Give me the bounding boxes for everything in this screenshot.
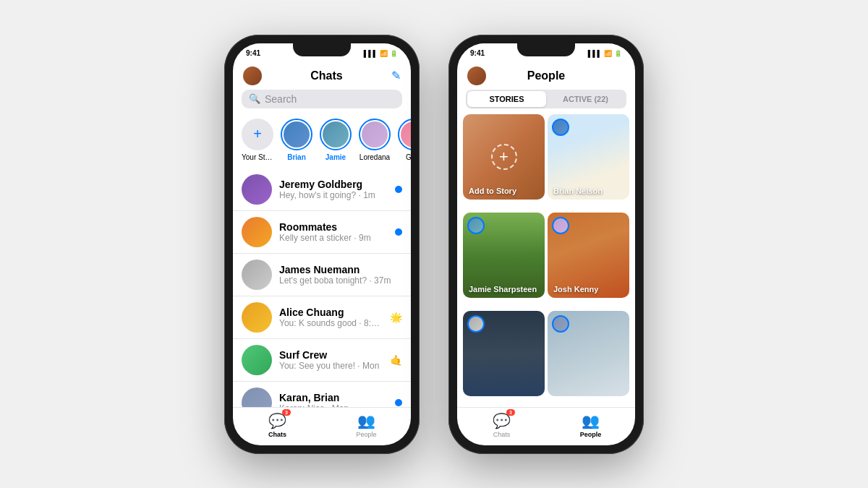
chat-name: Surf Crew — [279, 349, 383, 361]
story-label: Loredana — [359, 153, 390, 161]
wifi-icon: 📶 — [604, 50, 612, 57]
chats-icon: 💬 3 — [268, 412, 286, 429]
story-card-add[interactable]: + Add to Story — [463, 114, 545, 200]
chat-row[interactable]: Roommates Kelly sent a sticker · 9m — [233, 211, 411, 254]
status-bar: 9:41 ▌▌▌ 📶 🔋 — [233, 43, 411, 64]
status-icons: ▌▌▌ 📶 🔋 — [364, 50, 398, 57]
story-card-row3b[interactable] — [548, 311, 629, 396]
chat-name: Jeremy Goldberg — [279, 179, 388, 190]
status-time: 9:41 — [246, 49, 260, 57]
story-item-loredana[interactable]: Loredana — [359, 119, 391, 161]
story-avatar[interactable] — [281, 119, 312, 150]
segment-stories[interactable]: STORIES — [467, 91, 546, 107]
chat-info: Surf Crew You: See you there! · Mon — [279, 349, 383, 371]
chat-info: Alice Chuang You: K sounds good · 8:24am — [279, 307, 383, 328]
story-card-josh[interactable]: Josh Kenny — [548, 213, 629, 298]
tab-bar: 💬 3 Chats 👥 People — [233, 407, 411, 445]
battery-icon: 🔋 — [614, 50, 622, 57]
search-bar[interactable]: 🔍 Search — [242, 90, 402, 108]
story-label: Your Story — [242, 153, 273, 161]
wifi-icon: 📶 — [380, 50, 388, 57]
reaction-badge: 🌟 — [390, 312, 402, 323]
story-item-add[interactable]: + Your Story — [242, 119, 273, 161]
avatar[interactable] — [243, 67, 262, 85]
story-item-brian[interactable]: Brian — [281, 119, 312, 161]
story-card-label: Add to Story — [469, 187, 516, 195]
tab-people[interactable]: 👥 People — [322, 412, 411, 438]
chat-name: Roommates — [279, 221, 388, 233]
story-label: Gord — [406, 153, 411, 161]
story-avatar — [552, 119, 569, 136]
avatar-inner — [362, 121, 388, 147]
story-card-label: Brian Nelson — [553, 187, 603, 195]
chat-preview: You: See you there! · Mon — [279, 361, 383, 371]
story-avatar — [552, 217, 569, 234]
tab-chats[interactable]: 💬 3 Chats — [457, 412, 546, 438]
story-item-jamie[interactable]: Jamie — [320, 119, 352, 161]
chat-row[interactable]: Alice Chuang You: K sounds good · 8:24am… — [233, 296, 411, 339]
story-avatar — [467, 217, 485, 234]
add-story-button[interactable]: + — [242, 119, 273, 150]
search-icon: 🔍 — [249, 93, 260, 104]
chat-row[interactable]: Surf Crew You: See you there! · Mon 🤙 — [233, 339, 411, 382]
chat-info: James Nuemann Let's get boba tonight? · … — [279, 264, 402, 286]
story-card-jamie[interactable]: Jamie Sharpsteen — [463, 213, 545, 298]
story-item-gord[interactable]: Gord — [398, 119, 411, 161]
avatar — [242, 217, 272, 247]
story-avatar — [552, 315, 569, 333]
chat-preview: Kelly sent a sticker · 9m — [279, 233, 388, 243]
unread-badge — [395, 228, 402, 236]
story-card-brian[interactable]: Brian Nelson — [548, 114, 629, 200]
story-label: Brian — [287, 153, 306, 161]
chat-name: Karan, Brian — [279, 392, 388, 403]
story-avatar[interactable] — [320, 119, 352, 150]
tab-label: Chats — [493, 431, 511, 438]
chat-info: Jeremy Goldberg Hey, how's it going? · 1… — [279, 179, 388, 200]
tab-label: People — [580, 431, 602, 438]
tab-people[interactable]: 👥 People — [546, 412, 635, 438]
chat-name: James Nuemann — [279, 264, 402, 275]
tab-label: Chats — [268, 431, 286, 438]
people-icon: 👥 — [357, 412, 375, 429]
avatar — [242, 388, 272, 407]
story-card-label: Jamie Sharpsteen — [469, 285, 537, 294]
search-input[interactable]: Search — [265, 93, 297, 105]
unread-badge — [395, 186, 402, 193]
chat-preview: You: K sounds good · 8:24am — [279, 318, 383, 328]
chat-header: Chats ✎ — [233, 64, 411, 90]
status-icons: ▌▌▌ 📶 🔋 — [588, 50, 622, 57]
avatar-inner — [284, 121, 310, 147]
segment-control: STORIES ACTIVE (22) — [466, 90, 626, 108]
chat-row[interactable]: Karan, Brian Karan: Nice · Mon — [233, 382, 411, 407]
chat-row[interactable]: James Nuemann Let's get boba tonight? · … — [233, 254, 411, 296]
people-header: People — [457, 64, 635, 90]
tab-chats[interactable]: 💬 3 Chats — [233, 412, 322, 438]
avatar — [242, 302, 272, 333]
segment-active[interactable]: ACTIVE (22) — [546, 91, 625, 107]
chat-row[interactable]: Jeremy Goldberg Hey, how's it going? · 1… — [233, 168, 411, 211]
battery-icon: 🔋 — [390, 50, 398, 57]
story-card-label: Josh Kenny — [553, 285, 598, 294]
chat-preview: Hey, how's it going? · 1m — [279, 190, 388, 200]
edit-icon[interactable]: ✎ — [391, 69, 401, 82]
avatar — [242, 345, 272, 375]
story-card-row3a[interactable] — [463, 311, 545, 396]
avatar — [242, 174, 272, 205]
story-avatar[interactable] — [359, 119, 391, 150]
story-avatar — [467, 315, 485, 333]
unread-badge — [395, 399, 402, 406]
avatar — [242, 260, 272, 290]
avatar[interactable] — [467, 67, 486, 85]
avatar-inner — [323, 121, 349, 147]
chats-icon: 💬 3 — [493, 412, 511, 429]
tab-badge: 3 — [282, 409, 291, 416]
signal-icon: ▌▌▌ — [588, 50, 602, 57]
tab-badge: 3 — [506, 409, 515, 416]
story-label: Jamie — [326, 153, 346, 161]
page-title: People — [527, 69, 565, 82]
people-icon: 👥 — [582, 412, 600, 429]
story-avatar[interactable] — [398, 119, 411, 150]
chat-info: Karan, Brian Karan: Nice · Mon — [279, 392, 388, 407]
avatar-inner — [401, 121, 411, 147]
stories-row: + Your Story Brian Jamie — [233, 114, 411, 168]
